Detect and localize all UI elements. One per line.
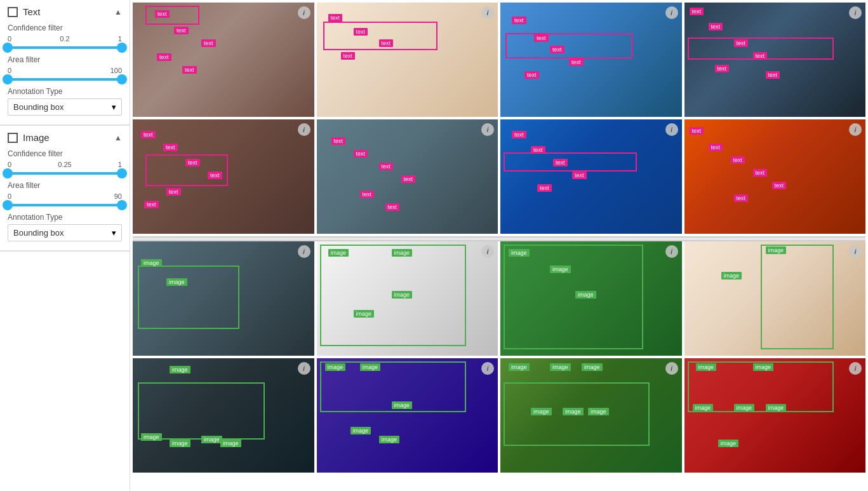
thumb-t4[interactable]: text text text text text text i	[684, 3, 866, 117]
image-dropdown-chevron: ▾	[112, 228, 116, 238]
thumb-t7-bg: text text text text text	[500, 119, 682, 234]
info-button[interactable]: i	[298, 123, 310, 136]
image-grid-row-2: image image image image image i image im…	[133, 358, 865, 473]
thumb-i5[interactable]: image image image image image i	[133, 358, 314, 473]
ann-image: image	[170, 366, 190, 373]
thumb-i1[interactable]: image image i	[133, 241, 314, 356]
text-chevron[interactable]: ▲	[114, 8, 122, 17]
text-conf-fill	[8, 46, 122, 49]
text-conf-min: 0	[8, 35, 11, 43]
image-annotation-dropdown[interactable]: Bounding box ▾	[8, 224, 122, 241]
thumb-i4[interactable]: image image i	[684, 241, 866, 356]
text-area-label: Area filter	[8, 55, 122, 64]
info-button[interactable]: i	[481, 123, 494, 136]
text-confidence-label: Confidence filter	[8, 24, 122, 32]
thumb-i4-bg: image image	[684, 241, 866, 356]
image-annotation-value: Bounding box	[13, 228, 64, 238]
ann-text: text	[734, 39, 749, 47]
text-checkbox[interactable]	[8, 7, 18, 17]
image-chevron[interactable]: ▲	[114, 133, 122, 142]
thumb-i3-bg: image image image	[500, 241, 682, 356]
thumb-t5-bg: text text text text text text	[133, 119, 314, 234]
info-button[interactable]: i	[481, 245, 494, 258]
thumb-t2[interactable]: text text text text i	[317, 3, 498, 117]
ann-image: image	[325, 363, 346, 371]
ann-image: image	[766, 246, 787, 254]
thumb-t3-bg: text text text text text	[500, 3, 682, 117]
ann-text: text	[341, 52, 356, 60]
ann-image: image	[170, 440, 190, 447]
thumb-i7[interactable]: image image image image image image i	[500, 358, 682, 473]
text-confidence-slider[interactable]	[8, 46, 122, 49]
thumb-t8[interactable]: text text text text text text i	[684, 119, 866, 234]
image-conf-thumb-high[interactable]	[117, 168, 127, 178]
info-button[interactable]: i	[665, 6, 678, 19]
info-button[interactable]: i	[481, 362, 494, 375]
thumb-t3[interactable]: text text text text text i	[500, 3, 682, 117]
ann-image: image	[563, 408, 584, 415]
left-panel: Text ▲ Confidence filter 0 0.2 1 Area fi…	[0, 0, 130, 491]
text-confidence-range: 0 0.2 1	[8, 35, 122, 43]
info-button[interactable]: i	[849, 6, 862, 19]
thumb-i8-bg: image image image image image image	[684, 358, 866, 473]
text-ann-type-label: Annotation Type	[8, 87, 122, 96]
image-area-thumb-high[interactable]	[117, 200, 127, 210]
thumb-i8[interactable]: image image image image image image i	[684, 358, 866, 473]
ann-image: image	[734, 404, 755, 412]
text-conf-thumb-high[interactable]	[117, 43, 127, 53]
image-area-slider[interactable]	[8, 204, 122, 206]
ann-text: text	[753, 52, 768, 60]
text-area-slider[interactable]	[8, 78, 122, 81]
info-button[interactable]: i	[665, 245, 678, 258]
thumb-t5[interactable]: text text text text text text i	[133, 119, 314, 234]
image-conf-thumb-low[interactable]	[3, 168, 13, 178]
ann-image-outline	[761, 245, 834, 349]
text-area-thumb-low[interactable]	[3, 74, 13, 84]
image-checkbox[interactable]	[8, 133, 18, 143]
ann-image: image	[166, 278, 187, 286]
thumb-i3[interactable]: image image image i	[500, 241, 682, 356]
ann-text: text	[174, 27, 189, 34]
ann-text: text	[185, 159, 200, 166]
info-button[interactable]: i	[849, 245, 862, 258]
thumb-i2[interactable]: image image image image i	[317, 241, 498, 356]
image-area-max-val: 90	[114, 192, 122, 200]
ann-image-outline	[138, 266, 239, 329]
info-button[interactable]: i	[298, 6, 310, 19]
info-button[interactable]: i	[849, 362, 862, 375]
text-area-fill	[8, 78, 122, 81]
thumb-i1-bg: image image	[133, 241, 314, 356]
image-area-label: Area filter	[8, 181, 122, 190]
thumb-t1[interactable]: text text text text text i	[133, 3, 314, 117]
text-conf-thumb-low[interactable]	[3, 43, 13, 53]
thumb-i7-bg: image image image image image image	[500, 358, 682, 473]
info-button[interactable]: i	[849, 123, 862, 136]
ann-text: text	[157, 53, 171, 61]
ann-image-outline	[504, 245, 643, 349]
ann-image: image	[379, 436, 400, 443]
ann-image: image	[328, 249, 349, 257]
thumb-t7[interactable]: text text text text text i	[500, 119, 682, 234]
ann-image: image	[392, 401, 413, 409]
text-area-thumb-high[interactable]	[117, 74, 127, 84]
ann-image: image	[360, 363, 381, 371]
info-button[interactable]: i	[665, 123, 678, 136]
ann-image: image	[509, 363, 530, 371]
info-button[interactable]: i	[298, 245, 310, 258]
ann-text: text	[208, 172, 222, 179]
image-area-fill	[8, 204, 122, 206]
ann-image: image	[550, 363, 571, 371]
ann-image: image	[509, 249, 530, 257]
text-annotation-dropdown[interactable]: Bounding box ▾	[8, 98, 122, 116]
image-area-thumb-low[interactable]	[3, 200, 13, 210]
thumb-i5-bg: image image image image image	[133, 358, 314, 473]
ann-outline	[145, 6, 199, 25]
info-button[interactable]: i	[665, 362, 678, 375]
image-confidence-slider[interactable]	[8, 172, 122, 175]
info-button[interactable]: i	[481, 6, 494, 19]
ann-image: image	[693, 404, 714, 412]
image-section-header: Image ▲	[8, 132, 122, 143]
thumb-i6[interactable]: image image image image image i	[317, 358, 498, 473]
thumb-t6[interactable]: text text text text text text i	[317, 119, 498, 234]
info-button[interactable]: i	[298, 362, 310, 375]
